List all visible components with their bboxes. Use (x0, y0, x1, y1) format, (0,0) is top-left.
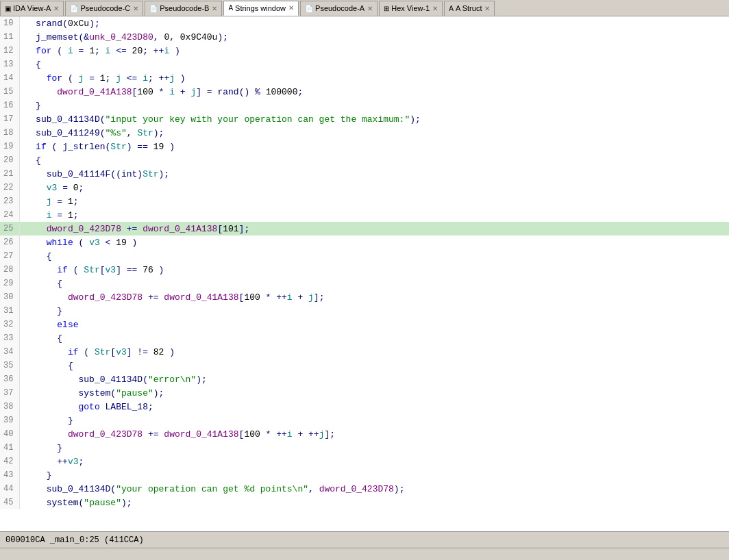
table-row: 39 } (0, 413, 729, 427)
line-number: 28 (0, 263, 19, 277)
tab-close-ida-view-a[interactable]: ✕ (53, 5, 59, 12)
code-area[interactable]: 10 srand(0xCu);11 j_memset(&unk_0_423D80… (0, 16, 729, 531)
line-number: 14 (0, 71, 19, 85)
table-row: 25 dword_0_423D78 += dword_0_41A138[101]… (0, 222, 729, 236)
tab-icon-pseudocode-b: 📄 (149, 5, 158, 12)
table-row: 36 sub_0_41134D("error\n"); (0, 372, 729, 386)
line-number: 38 (0, 400, 19, 413)
code-line: dword_0_423D78 += dword_0_41A138[100 * +… (19, 427, 729, 441)
line-number: 12 (0, 44, 19, 58)
table-row: 27 { (0, 249, 729, 263)
table-row: 12 for ( i = 1; i <= 20; ++i ) (0, 44, 729, 58)
tab-label-ida-view-a: IDA View-A (13, 4, 51, 12)
tab-close-pseudocode-c[interactable]: ✕ (133, 5, 138, 12)
tab-label-pseudocode-b: Pseudocode-B (160, 4, 209, 12)
code-line: else (19, 318, 729, 331)
code-line: if ( j_strlen(Str) == 19 ) (19, 140, 729, 153)
table-row: 11 j_memset(&unk_0_423D80, 0, 0x9C40u); (0, 30, 729, 44)
tab-pseudocode-a[interactable]: 📄 Pseudocode-A ✕ (300, 1, 378, 16)
code-line: sub_0_41114F((int)Str); (19, 167, 729, 181)
line-number: 30 (0, 290, 19, 304)
table-row: 15 dword_0_41A138[100 * i + j] = rand() … (0, 85, 729, 99)
code-line: while ( v3 < 19 ) (19, 236, 729, 249)
tab-hex-view-1[interactable]: ⊞ Hex View-1 ✕ (379, 1, 443, 16)
tab-ida-view-a[interactable]: ▣ IDA View-A ✕ (0, 1, 64, 16)
code-line: } (19, 99, 729, 112)
table-row: 40 dword_0_423D78 += dword_0_41A138[100 … (0, 427, 729, 441)
table-row: 24 i = 1; (0, 208, 729, 222)
code-line: } (19, 304, 729, 318)
code-line: } (19, 441, 729, 455)
line-number: 43 (0, 468, 19, 482)
tab-close-pseudocode-a[interactable]: ✕ (367, 5, 373, 12)
table-row: 43 } (0, 468, 729, 482)
table-row: 37 system("pause"); (0, 386, 729, 400)
code-line: dword_0_41A138[100 * i + j] = rand() % 1… (19, 85, 729, 99)
code-line: j = 1; (19, 194, 729, 208)
table-row: 21 sub_0_41114F((int)Str); (0, 167, 729, 181)
tab-label-hex-view-1: Hex View-1 (391, 4, 430, 12)
tab-pseudocode-c[interactable]: 📄 Pseudocode-C ✕ (65, 1, 143, 16)
tab-close-pseudocode-b[interactable]: ✕ (212, 5, 217, 12)
line-number: 20 (0, 153, 19, 167)
tab-close-hex-view-1[interactable]: ✕ (432, 5, 438, 12)
line-number: 34 (0, 345, 19, 359)
status-text: 000010CA _main_0:25 (411CCA) (5, 535, 144, 545)
line-number: 27 (0, 249, 19, 263)
code-line: for ( j = 1; j <= i; ++j ) (19, 71, 729, 85)
table-row: 14 for ( j = 1; j <= i; ++j ) (0, 71, 729, 85)
code-line: srand(0xCu); (19, 16, 729, 30)
line-number: 22 (0, 181, 19, 194)
tab-close-strings-window[interactable]: ✕ (288, 4, 294, 12)
tab-pseudocode-b[interactable]: 📄 Pseudocode-B ✕ (145, 1, 222, 16)
code-line: system("pause"); (19, 496, 729, 509)
line-number: 16 (0, 99, 19, 112)
line-number: 24 (0, 208, 19, 222)
tab-label-struct: A Struct (456, 4, 482, 12)
tab-icon-struct: A (449, 5, 454, 12)
tab-strings-window[interactable]: A Strings window ✕ (223, 1, 299, 16)
code-line: system("pause"); (19, 386, 729, 400)
code-line: goto LABEL_18; (19, 400, 729, 413)
bottom-bar (0, 548, 729, 560)
code-line: if ( Str[v3] != 82 ) (19, 345, 729, 359)
line-number: 36 (0, 372, 19, 386)
table-row: 32 else (0, 318, 729, 331)
tab-icon-ida: ▣ (5, 5, 11, 12)
tab-close-struct[interactable]: ✕ (484, 5, 490, 12)
tab-icon-hex: ⊞ (384, 5, 389, 12)
line-number: 29 (0, 277, 19, 290)
tab-icon-strings: A (228, 4, 233, 12)
line-number: 40 (0, 427, 19, 441)
table-row: 29 { (0, 277, 729, 290)
line-number: 25 (0, 222, 19, 236)
line-number: 39 (0, 413, 19, 427)
line-number: 42 (0, 455, 19, 468)
tab-label-pseudocode-a: Pseudocode-A (315, 4, 364, 12)
table-row: 41 } (0, 441, 729, 455)
line-number: 31 (0, 304, 19, 318)
code-line: sub_0_41134D("input your key with your o… (19, 112, 729, 126)
code-line: j_memset(&unk_0_423D80, 0, 0x9C40u); (19, 30, 729, 44)
tab-bar: ▣ IDA View-A ✕ 📄 Pseudocode-C ✕ 📄 Pseudo… (0, 0, 729, 16)
code-line: ++v3; (19, 455, 729, 468)
table-row: 10 srand(0xCu); (0, 16, 729, 30)
table-row: 16 } (0, 99, 729, 112)
line-number: 10 (0, 16, 19, 30)
line-number: 15 (0, 85, 19, 99)
code-line: { (19, 331, 729, 345)
code-line: { (19, 249, 729, 263)
code-line: { (19, 359, 729, 372)
tab-struct[interactable]: A A Struct ✕ (444, 1, 495, 16)
table-row: 38 goto LABEL_18; (0, 400, 729, 413)
table-row: 31 } (0, 304, 729, 318)
line-number: 37 (0, 386, 19, 400)
table-row: 23 j = 1; (0, 194, 729, 208)
table-row: 34 if ( Str[v3] != 82 ) (0, 345, 729, 359)
line-number: 44 (0, 482, 19, 496)
table-row: 20 { (0, 153, 729, 167)
table-row: 13 { (0, 58, 729, 71)
table-row: 18 sub_0_411249("%s", Str); (0, 126, 729, 140)
table-row: 42 ++v3; (0, 455, 729, 468)
code-line: if ( Str[v3] == 76 ) (19, 263, 729, 277)
